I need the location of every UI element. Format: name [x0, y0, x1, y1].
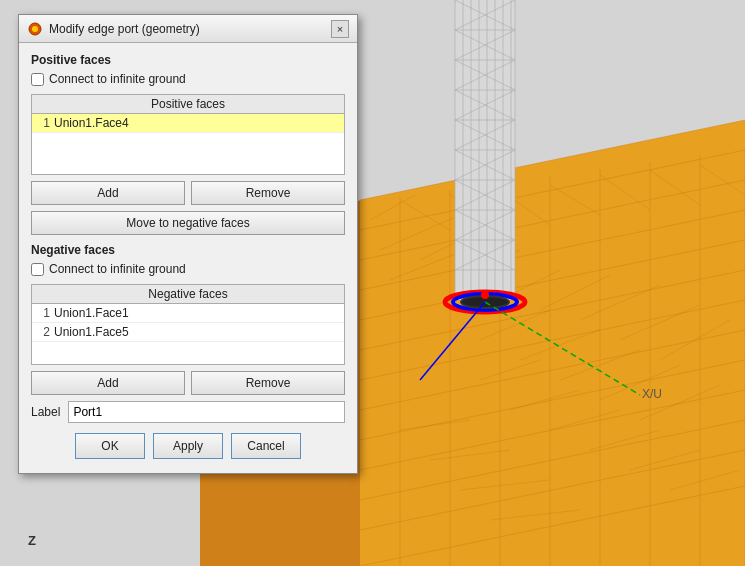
negative-face-row-2[interactable]: 2 Union1.Face5 — [32, 323, 344, 342]
svg-point-97 — [481, 291, 489, 299]
positive-face-empty2 — [32, 153, 344, 173]
negative-faces-table: Negative faces 1 Union1.Face1 2 Union1.F… — [31, 284, 345, 365]
positive-face-empty — [32, 133, 344, 153]
label-input[interactable] — [68, 401, 345, 423]
negative-face-empty — [32, 342, 344, 362]
negative-faces-table-body[interactable]: 1 Union1.Face1 2 Union1.Face5 — [32, 304, 344, 364]
dialog-body: Positive faces Connect to infinite groun… — [19, 43, 357, 473]
modify-edge-port-dialog: Modify edge port (geometry) × Positive f… — [18, 14, 358, 474]
positive-face-row-1[interactable]: 1 Union1.Face4 — [32, 114, 344, 133]
positive-face-num-1: 1 — [36, 116, 54, 130]
positive-btn-row: Add Remove — [31, 181, 345, 205]
negative-face-val-1: Union1.Face1 — [54, 306, 340, 320]
svg-text:Z: Z — [28, 533, 36, 548]
dialog-title-text: Modify edge port (geometry) — [49, 22, 200, 36]
svg-marker-0 — [360, 120, 745, 566]
svg-text:X/U: X/U — [642, 387, 662, 401]
negative-infinite-ground-checkbox[interactable] — [31, 263, 44, 276]
move-to-negative-button[interactable]: Move to negative faces — [31, 211, 345, 235]
dialog-title-left: Modify edge port (geometry) — [27, 21, 200, 37]
positive-infinite-ground-row: Connect to infinite ground — [31, 72, 345, 86]
negative-section-label: Negative faces — [31, 243, 345, 257]
positive-face-val-1: Union1.Face4 — [54, 116, 340, 130]
label-row: Label — [31, 401, 345, 423]
svg-point-101 — [32, 26, 38, 32]
negative-face-row-1[interactable]: 1 Union1.Face1 — [32, 304, 344, 323]
bottom-btn-row: OK Apply Cancel — [31, 433, 345, 463]
positive-infinite-ground-checkbox[interactable] — [31, 73, 44, 86]
dialog-titlebar: Modify edge port (geometry) × — [19, 15, 357, 43]
negative-face-val-2: Union1.Face5 — [54, 325, 340, 339]
negative-remove-button[interactable]: Remove — [191, 371, 345, 395]
negative-faces-table-header: Negative faces — [32, 285, 344, 304]
ok-button[interactable]: OK — [75, 433, 145, 459]
negative-infinite-ground-row: Connect to infinite ground — [31, 262, 345, 276]
negative-btn-row: Add Remove — [31, 371, 345, 395]
positive-remove-button[interactable]: Remove — [191, 181, 345, 205]
cancel-button[interactable]: Cancel — [231, 433, 301, 459]
apply-button[interactable]: Apply — [153, 433, 223, 459]
negative-face-num-2: 2 — [36, 325, 54, 339]
positive-infinite-ground-label: Connect to infinite ground — [49, 72, 186, 86]
edge-port-icon — [27, 21, 43, 37]
negative-add-button[interactable]: Add — [31, 371, 185, 395]
positive-section-label: Positive faces — [31, 53, 345, 67]
close-button[interactable]: × — [331, 20, 349, 38]
negative-face-num-1: 1 — [36, 306, 54, 320]
negative-infinite-ground-label: Connect to infinite ground — [49, 262, 186, 276]
positive-faces-table: Positive faces 1 Union1.Face4 — [31, 94, 345, 175]
positive-faces-table-header: Positive faces — [32, 95, 344, 114]
positive-add-button[interactable]: Add — [31, 181, 185, 205]
label-field-label: Label — [31, 405, 60, 419]
positive-faces-table-body[interactable]: 1 Union1.Face4 — [32, 114, 344, 174]
